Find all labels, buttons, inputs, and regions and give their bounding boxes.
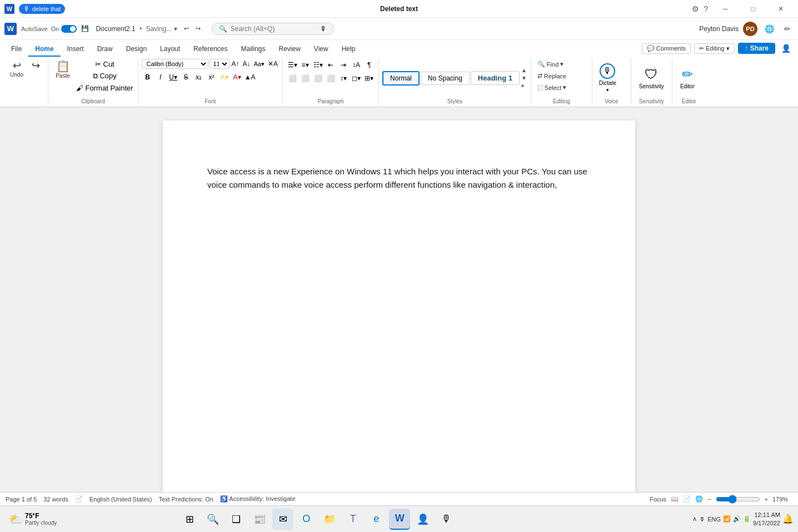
comments-button[interactable]: 💬 Comments [642, 43, 691, 54]
tab-references[interactable]: References [187, 42, 234, 57]
find-button[interactable]: 🔍 Find ▾ [535, 59, 570, 69]
justify-button[interactable]: ⬜ [325, 72, 337, 84]
voice-search-icon[interactable]: 🎙 [320, 25, 327, 33]
format-painter-button[interactable]: 🖌 Format Painter [75, 83, 134, 93]
tab-draw[interactable]: Draw [91, 42, 119, 57]
style-heading1[interactable]: Heading 1 [471, 71, 520, 85]
tab-mailings[interactable]: Mailings [234, 42, 272, 57]
line-spacing-button[interactable]: ↕▾ [337, 72, 350, 84]
outlook-taskbar-icon[interactable]: O [296, 509, 317, 530]
char-shading-button[interactable]: ▲A [244, 71, 256, 83]
tab-insert[interactable]: Insert [61, 42, 91, 57]
globe-icon-btn[interactable]: 🌐 [762, 23, 777, 35]
select-button[interactable]: ⬚ Select ▾ [535, 82, 570, 93]
search-box[interactable]: 🔍 🎙 [212, 23, 334, 35]
settings-icon[interactable]: ⚙ [692, 4, 699, 13]
quick-access-save[interactable]: 💾 [79, 24, 91, 33]
tab-file[interactable]: File [4, 42, 28, 57]
document-text[interactable]: Voice access is a new Experience on Wind… [207, 165, 591, 192]
cut-button[interactable]: ✂ Cut [75, 59, 134, 69]
grow-font-button[interactable]: A↑ [231, 59, 241, 69]
dictate-button[interactable]: 🎙 Dictate ▾ [596, 62, 620, 94]
widgets-button[interactable]: 📰 [249, 509, 270, 530]
accessibility-button[interactable]: ♿ Accessibility: Investigate [220, 495, 296, 503]
tray-wifi-icon[interactable]: 📶 [723, 515, 731, 523]
cortana-taskbar-icon[interactable]: 👤 [412, 509, 433, 530]
sensitivity-button[interactable]: 🛡 Sensitivity [635, 65, 669, 91]
zoom-plus-button[interactable]: + [765, 496, 768, 503]
task-view-button[interactable]: ❑ [226, 509, 247, 530]
redo-button[interactable]: ↪ [27, 59, 44, 72]
align-center-button[interactable]: ⬜ [299, 72, 311, 84]
strikethrough-button[interactable]: S [180, 71, 192, 83]
undo-quick-btn[interactable]: ↩ [182, 24, 191, 33]
bullet-list-button[interactable]: ☰▾ [286, 59, 298, 71]
zoom-slider[interactable] [716, 495, 760, 504]
pen-icon-btn[interactable]: ✏ [781, 23, 794, 35]
font-size-select[interactable]: 11 [210, 59, 230, 69]
align-left-button[interactable]: ⬜ [286, 72, 298, 84]
language-info[interactable]: English (United States) [89, 496, 152, 503]
avatar[interactable]: PD [743, 22, 757, 36]
maximize-button[interactable]: □ [740, 1, 766, 17]
explorer-taskbar-icon[interactable]: 📁 [319, 509, 340, 530]
align-right-button[interactable]: ⬜ [312, 72, 324, 84]
styles-expand[interactable]: ▾ [521, 82, 527, 89]
share-button[interactable]: ↑ Share [738, 43, 775, 54]
focus-mode-button[interactable]: Focus [650, 496, 666, 503]
redo-quick-btn[interactable]: ↪ [193, 24, 203, 33]
voice-access-taskbar-icon[interactable]: 🎙 [436, 509, 457, 530]
styles-scroll-up[interactable]: ▲ [521, 67, 527, 74]
editor-button[interactable]: ✏ Editor [676, 65, 699, 91]
replace-button[interactable]: ⇄ Replace [535, 71, 570, 81]
autosave-toggle[interactable] [61, 25, 77, 33]
document-content[interactable]: Voice access is a new Experience on Wind… [207, 165, 591, 192]
edge-taskbar-icon[interactable]: e [366, 509, 387, 530]
undo-button[interactable]: ↩ Undo [8, 59, 26, 79]
tab-review[interactable]: Review [272, 42, 307, 57]
bold-button[interactable]: B [142, 71, 154, 83]
decrease-indent-button[interactable]: ⇤ [325, 59, 337, 71]
weather-widget[interactable]: ⛅ 75°F Partly cloudy [4, 510, 61, 528]
teams-taskbar-icon[interactable]: T [342, 509, 363, 530]
profile-icon-btn[interactable]: 👤 [779, 42, 794, 54]
style-normal[interactable]: Normal [382, 71, 420, 86]
font-family-select[interactable]: Calibri (Body) [142, 59, 208, 69]
borders-button[interactable]: ⊞▾ [363, 72, 375, 84]
subscript-button[interactable]: x₂ [193, 71, 205, 83]
mail-taskbar-icon[interactable]: ✉ [272, 509, 293, 530]
notification-icon[interactable]: 🔔 [782, 514, 794, 524]
clear-format-button[interactable]: ✕A [267, 59, 279, 69]
tray-mic-icon[interactable]: 🎙 [699, 516, 705, 523]
underline-button[interactable]: U▾ [167, 71, 179, 83]
zoom-level[interactable]: 179% [772, 496, 792, 503]
font-color-button[interactable]: A▾ [231, 71, 243, 83]
styles-scroll-down[interactable]: ▼ [521, 74, 527, 82]
zoom-minus-button[interactable]: − [707, 496, 711, 503]
multi-list-button[interactable]: ☷▾ [312, 59, 324, 71]
tray-lang-label[interactable]: ENG [707, 516, 721, 523]
system-clock[interactable]: 12:11 AM 9/17/2022 [753, 511, 780, 527]
shrink-font-button[interactable]: A↓ [242, 59, 252, 69]
highlight-button[interactable]: A▾ [218, 71, 231, 83]
tray-speaker-icon[interactable]: 🔊 [733, 515, 741, 523]
search-input[interactable] [231, 25, 317, 33]
tab-help[interactable]: Help [335, 42, 362, 57]
sort-button[interactable]: ↕A [350, 59, 362, 71]
superscript-button[interactable]: x² [206, 71, 218, 83]
tab-layout[interactable]: Layout [153, 42, 187, 57]
close-button[interactable]: ✕ [768, 1, 794, 17]
word-taskbar-icon[interactable]: W [389, 509, 410, 530]
start-button[interactable]: ⊞ [179, 509, 200, 530]
tab-home[interactable]: Home [28, 42, 60, 57]
case-button[interactable]: Aa▾ [253, 59, 266, 69]
style-no-spacing[interactable]: No Spacing [421, 72, 470, 85]
help-icon[interactable]: ? [704, 4, 708, 13]
italic-button[interactable]: I [154, 71, 167, 83]
read-mode-icon[interactable]: 📖 [671, 495, 679, 503]
document-page[interactable]: Voice access is a new Experience on Wind… [163, 121, 635, 492]
tray-caret-icon[interactable]: ∧ [692, 515, 697, 523]
print-layout-icon[interactable]: 📄 [683, 495, 691, 503]
copy-button[interactable]: ⧉ Copy [75, 71, 134, 82]
increase-indent-button[interactable]: ⇥ [337, 59, 350, 71]
